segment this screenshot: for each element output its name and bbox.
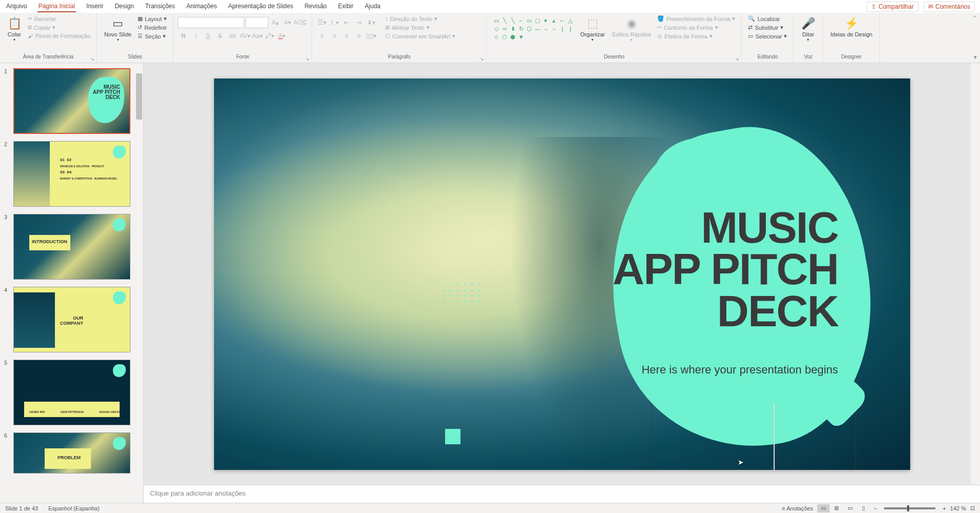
editor-scrollbar[interactable]	[971, 63, 980, 485]
italic-button[interactable]: I	[190, 30, 201, 42]
quick-styles-button[interactable]: ◉ Estilos Rápidos ▾	[609, 15, 655, 44]
bullets-button[interactable]: ☰▾	[316, 17, 328, 28]
notes-toggle[interactable]: ≡ Anotações	[782, 505, 813, 511]
scissors-icon: ✂	[28, 15, 32, 22]
zoom-in-button[interactable]: +	[943, 505, 946, 511]
thumb-blob-deco	[113, 291, 126, 304]
new-slide-button[interactable]: ▭ Novo Slide ▾	[101, 15, 134, 44]
comments-button[interactable]: ✉Comentários	[924, 2, 975, 12]
slide-thumbnail-3[interactable]: INTRODUCTION	[13, 214, 130, 280]
slideshow-button[interactable]: ▯	[857, 504, 870, 512]
shape-curve2-icon: ⌢	[550, 25, 558, 32]
shadow-button[interactable]: ab	[227, 30, 238, 42]
select-button[interactable]: ▭Selecionar ▾	[746, 32, 789, 40]
shape-tscroll-icon: ▾	[542, 17, 549, 24]
font-family-combo[interactable]	[178, 17, 244, 28]
dictate-button[interactable]: 🎤 Ditar ▾	[798, 15, 818, 44]
slide-canvas[interactable]: MUSIC APP PITCH DECK Here is where your …	[214, 78, 910, 470]
slide-thumbnail-1[interactable]: MUSICAPP PITCHDECK	[13, 68, 130, 134]
thumb-blob-deco	[113, 219, 126, 231]
menu-pagina-inicial[interactable]: Página Inicial	[37, 1, 76, 12]
menu-revisao[interactable]: Revisão	[303, 1, 328, 12]
menu-apresentacao[interactable]: Apresentação de Slides	[227, 1, 294, 12]
replace-icon: ⇄	[748, 24, 753, 31]
decrease-font-button[interactable]: A▾	[282, 17, 293, 28]
columns-button[interactable]: ▯▯▾	[366, 30, 377, 42]
section-button[interactable]: ☰Seção ▾	[136, 32, 169, 40]
notes-area[interactable]: Clique para adicionar anotações	[144, 485, 980, 503]
replace-button[interactable]: ⇄Substituir ▾	[746, 24, 789, 31]
slide-counter[interactable]: Slide 1 de 43	[5, 505, 38, 511]
align-center-button[interactable]: ≡	[329, 30, 340, 42]
paste-button[interactable]: 📋 Colar ▾	[4, 15, 25, 44]
slide-title[interactable]: MUSIC APP PITCH DECK	[612, 207, 838, 332]
font-launcher[interactable]: ↘	[305, 56, 310, 62]
slide-canvas-area[interactable]: MUSIC APP PITCH DECK Here is where your …	[144, 63, 980, 485]
find-button[interactable]: 🔍Localizar	[746, 15, 789, 23]
cut-button[interactable]: ✂Recortar	[26, 15, 92, 23]
shape-outline-button[interactable]: ✏Contorno da Forma ▾	[655, 24, 737, 31]
arrange-button[interactable]: ⬚ Organizar ▾	[577, 15, 608, 44]
shape-fill-button[interactable]: 🪣Preenchimento da Forma ▾	[655, 15, 737, 23]
highlight-button[interactable]: 🖍▾	[264, 30, 275, 42]
slide-thumbnail-panel[interactable]: 1 MUSICAPP PITCHDECK 2 01 02PROBLEM & SO…	[0, 63, 144, 503]
reading-view-button[interactable]: ▭	[844, 504, 856, 512]
font-size-combo[interactable]	[245, 17, 268, 28]
zoom-slider-thumb[interactable]	[907, 505, 909, 511]
align-left-button[interactable]: ≡	[316, 30, 328, 42]
clear-format-button[interactable]: A⌫	[294, 17, 305, 28]
fit-to-window-button[interactable]: ⊡	[970, 505, 975, 511]
strikethrough-button[interactable]: S̶	[215, 30, 226, 42]
paragraph-launcher[interactable]: ↘	[480, 56, 484, 62]
shape-line2-icon: ╲	[509, 17, 516, 24]
clipboard-launcher[interactable]: ↘	[90, 56, 94, 62]
copy-button[interactable]: ⧉Copiar ▾	[26, 24, 92, 31]
normal-view-button[interactable]: ▭	[817, 504, 830, 512]
case-button[interactable]: Aa▾	[252, 30, 263, 42]
font-color-button[interactable]: A▾	[276, 30, 287, 42]
align-text-button[interactable]: ⊞Alinhar Texto ▾	[383, 24, 457, 31]
slide-number: 1	[4, 68, 7, 74]
spacing-button[interactable]: AV▾	[239, 30, 251, 42]
indent-dec-button[interactable]: ⇤	[341, 17, 352, 28]
shapes-gallery[interactable]: ▭╲╲⌐▭▢▾▴ ⌐△◇⬄⬍↻⬡— ⌣⌢{}☆⬠⬢▼	[491, 15, 576, 43]
drawing-launcher[interactable]: ↘	[735, 56, 739, 62]
ribbon-options-button[interactable]: ▾	[974, 54, 977, 61]
reset-button[interactable]: ↺Redefinir	[136, 24, 169, 31]
zoom-slider[interactable]	[884, 507, 935, 509]
menu-inserir[interactable]: Inserir	[85, 1, 104, 12]
design-ideas-button[interactable]: ⚡ Ideias de Design	[827, 15, 875, 40]
sorter-view-button[interactable]: ⊞	[831, 504, 843, 512]
slide-thumbnail-2[interactable]: 01 02PROBLEM & SOLUTION PRODUCT03 04MARK…	[13, 141, 130, 207]
menu-exibir[interactable]: Exibir	[337, 1, 355, 12]
menu-ajuda[interactable]: Ajuda	[364, 1, 382, 12]
layout-button[interactable]: ▦Layout ▾	[136, 15, 169, 23]
slide-thumbnail-4[interactable]: OURCOMPANY	[13, 287, 130, 352]
slide-thumbnail-6[interactable]: PROBLEM	[13, 432, 130, 473]
menu-animacoes[interactable]: Animações	[185, 1, 218, 12]
line-spacing-button[interactable]: ⬍▾	[366, 17, 377, 28]
panel-scrollbar[interactable]	[135, 63, 143, 503]
menu-transicoes[interactable]: Transições	[144, 1, 176, 12]
menu-design[interactable]: Design	[113, 1, 134, 12]
bold-button[interactable]: N	[178, 30, 189, 42]
align-right-button[interactable]: ≡	[341, 30, 352, 42]
increase-font-button[interactable]: A▴	[270, 17, 281, 28]
zoom-value[interactable]: 142 %	[950, 505, 966, 511]
menu-arquivo[interactable]: Arquivo	[5, 1, 28, 12]
collapse-ribbon-button[interactable]: ⌃	[972, 15, 977, 22]
share-button[interactable]: ⇪Compartilhar	[867, 2, 918, 12]
text-direction-button[interactable]: ↕Direção do Texto ▾	[383, 15, 457, 23]
zoom-out-button[interactable]: −	[874, 505, 877, 511]
justify-button[interactable]: ≡	[353, 30, 364, 42]
underline-button[interactable]: S	[202, 30, 214, 42]
language-indicator[interactable]: Espanhol (Espanha)	[48, 505, 100, 511]
panel-scroll-thumb[interactable]	[136, 73, 142, 120]
format-painter-button[interactable]: 🖌Pincel de Formatação	[26, 32, 92, 40]
smartart-button[interactable]: ⬡Converter em SmartArt ▾	[383, 32, 457, 40]
indent-inc-button[interactable]: ⇥	[353, 17, 364, 28]
shape-effects-button[interactable]: ◎Efeitos de Forma ▾	[655, 32, 737, 40]
numbering-button[interactable]: ⒈▾	[329, 17, 340, 28]
slide-thumbnail-5[interactable]: ADHIRA IRISJOHN PATTERSONAKSARA ANN ES	[13, 360, 130, 425]
slide-subtitle[interactable]: Here is where your presentation begins	[642, 363, 838, 377]
